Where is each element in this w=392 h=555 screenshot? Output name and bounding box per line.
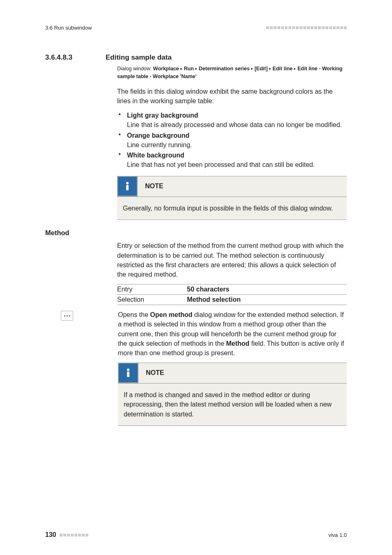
- section-heading-row: 3.6.4.8.3 Editing sample data: [45, 53, 347, 62]
- chevron-right-icon: ▸: [251, 66, 253, 71]
- method-field-table: Entry 50 characters Selection Method sel…: [117, 284, 347, 305]
- ellipsis-button[interactable]: [61, 311, 73, 321]
- table-value: 50 characters: [187, 284, 347, 295]
- header-decor-squares: [266, 26, 347, 29]
- note-title: NOTE: [145, 183, 163, 191]
- method-description: Entry or selection of the method from th…: [117, 241, 347, 279]
- table-row: Entry 50 characters: [117, 284, 347, 295]
- list-item: Light gray background Line that is alrea…: [117, 111, 347, 130]
- breadcrumb-prefix: Dialog window:: [117, 66, 152, 72]
- svg-rect-1: [126, 185, 129, 190]
- note-box: NOTE If a method is changed and saved in…: [118, 363, 347, 426]
- list-item-body: Line that has not yet been processed and…: [127, 160, 347, 169]
- breadcrumb: Dialog window: Workplace ▸ Run ▸ Determi…: [117, 65, 347, 81]
- breadcrumb-part: Workplace: [153, 66, 179, 72]
- field-heading-method: Method: [45, 229, 347, 237]
- breadcrumb-part: Determination series: [199, 66, 250, 72]
- list-item-head: Orange background: [127, 132, 189, 139]
- info-icon: [117, 176, 138, 197]
- breadcrumb-part: Edit line: [272, 66, 293, 72]
- text-fragment: Opens the: [118, 311, 150, 318]
- list-item: Orange background Line currently running…: [117, 131, 347, 150]
- running-header: 3.6 Run subwindow: [45, 25, 347, 31]
- ellipsis-icon: [64, 315, 70, 317]
- method-field-bold: Method: [226, 340, 249, 347]
- table-value: Method selection: [187, 295, 347, 305]
- breadcrumb-part: Run: [184, 66, 194, 72]
- table-row: Selection Method selection: [117, 295, 347, 305]
- background-color-list: Light gray background Line that is alrea…: [117, 111, 347, 169]
- footer-decor-squares: [60, 534, 88, 536]
- note-body: If a method is changed and saved in the …: [118, 390, 347, 419]
- table-key: Entry: [117, 284, 187, 295]
- open-method-bold: Open method: [150, 311, 192, 318]
- svg-point-2: [127, 369, 129, 371]
- note-title: NOTE: [146, 369, 164, 377]
- list-item-head: Light gray background: [127, 112, 198, 119]
- list-item-body: Line currently running.: [127, 140, 347, 150]
- section-title: Editing sample data: [106, 53, 172, 62]
- note-body: Generally, no formula input is possible …: [117, 204, 347, 213]
- chevron-right-icon: ▸: [269, 66, 271, 71]
- header-section-label: 3.6 Run subwindow: [45, 25, 92, 31]
- intro-paragraph: The fields in this dialog window exhibit…: [117, 87, 347, 106]
- page-footer: 130 viva 1.0: [45, 531, 347, 539]
- svg-point-0: [126, 182, 129, 185]
- document-page: 3.6 Run subwindow 3.6.4.8.3 Editing samp…: [0, 0, 392, 555]
- chevron-right-icon: ▸: [180, 66, 182, 71]
- svg-rect-3: [127, 372, 129, 377]
- chevron-right-icon: ▸: [294, 66, 296, 71]
- page-number: 130: [45, 531, 56, 539]
- chevron-right-icon: ▸: [195, 66, 197, 71]
- note-box: NOTE Generally, no formula input is poss…: [117, 176, 347, 220]
- footer-version: viva 1.0: [328, 532, 347, 538]
- open-method-paragraph: Opens the Open method dialog window for …: [118, 310, 347, 358]
- info-icon: [118, 363, 138, 383]
- breadcrumb-part: [Edit]: [254, 66, 267, 72]
- list-item-head: White background: [127, 152, 184, 159]
- open-method-row: Opens the Open method dialog window for …: [45, 310, 347, 435]
- table-key: Selection: [117, 295, 187, 305]
- list-item-body: Line that is already processed and whose…: [127, 120, 347, 130]
- list-item: White background Line that has not yet b…: [117, 150, 347, 169]
- section-number: 3.6.4.8.3: [45, 53, 92, 62]
